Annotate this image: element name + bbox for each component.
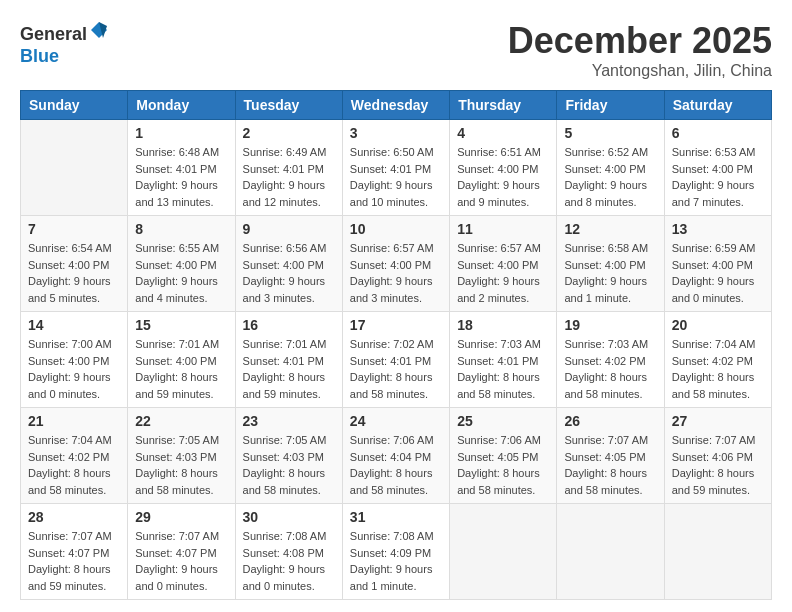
calendar-cell [21,120,128,216]
logo-general: General [20,24,87,44]
calendar-cell [450,504,557,600]
calendar-cell: 22Sunrise: 7:05 AMSunset: 4:03 PMDayligh… [128,408,235,504]
logo-icon [89,20,109,40]
day-number: 29 [135,509,227,525]
weekday-header: Tuesday [235,91,342,120]
page-header: General Blue December 2025 Yantongshan, … [20,20,772,80]
calendar-table: SundayMondayTuesdayWednesdayThursdayFrid… [20,90,772,600]
day-number: 22 [135,413,227,429]
calendar-cell: 21Sunrise: 7:04 AMSunset: 4:02 PMDayligh… [21,408,128,504]
day-number: 16 [243,317,335,333]
location-title: Yantongshan, Jilin, China [508,62,772,80]
day-number: 2 [243,125,335,141]
calendar-cell: 24Sunrise: 7:06 AMSunset: 4:04 PMDayligh… [342,408,449,504]
day-number: 19 [564,317,656,333]
calendar-cell: 18Sunrise: 7:03 AMSunset: 4:01 PMDayligh… [450,312,557,408]
calendar-cell: 11Sunrise: 6:57 AMSunset: 4:00 PMDayligh… [450,216,557,312]
day-info: Sunrise: 6:57 AMSunset: 4:00 PMDaylight:… [457,240,549,306]
calendar-cell: 15Sunrise: 7:01 AMSunset: 4:00 PMDayligh… [128,312,235,408]
calendar-week-row: 1Sunrise: 6:48 AMSunset: 4:01 PMDaylight… [21,120,772,216]
day-info: Sunrise: 7:00 AMSunset: 4:00 PMDaylight:… [28,336,120,402]
weekday-header: Sunday [21,91,128,120]
calendar-cell: 12Sunrise: 6:58 AMSunset: 4:00 PMDayligh… [557,216,664,312]
day-info: Sunrise: 6:53 AMSunset: 4:00 PMDaylight:… [672,144,764,210]
calendar-week-row: 7Sunrise: 6:54 AMSunset: 4:00 PMDaylight… [21,216,772,312]
day-info: Sunrise: 7:07 AMSunset: 4:06 PMDaylight:… [672,432,764,498]
calendar-cell: 29Sunrise: 7:07 AMSunset: 4:07 PMDayligh… [128,504,235,600]
day-info: Sunrise: 6:51 AMSunset: 4:00 PMDaylight:… [457,144,549,210]
day-info: Sunrise: 7:05 AMSunset: 4:03 PMDaylight:… [135,432,227,498]
calendar-cell: 19Sunrise: 7:03 AMSunset: 4:02 PMDayligh… [557,312,664,408]
day-number: 28 [28,509,120,525]
day-info: Sunrise: 7:06 AMSunset: 4:05 PMDaylight:… [457,432,549,498]
day-number: 7 [28,221,120,237]
day-info: Sunrise: 6:50 AMSunset: 4:01 PMDaylight:… [350,144,442,210]
day-number: 13 [672,221,764,237]
day-info: Sunrise: 6:48 AMSunset: 4:01 PMDaylight:… [135,144,227,210]
day-number: 25 [457,413,549,429]
day-number: 26 [564,413,656,429]
day-info: Sunrise: 6:56 AMSunset: 4:00 PMDaylight:… [243,240,335,306]
weekday-header-row: SundayMondayTuesdayWednesdayThursdayFrid… [21,91,772,120]
day-number: 10 [350,221,442,237]
day-info: Sunrise: 6:59 AMSunset: 4:00 PMDaylight:… [672,240,764,306]
day-number: 9 [243,221,335,237]
calendar-cell: 13Sunrise: 6:59 AMSunset: 4:00 PMDayligh… [664,216,771,312]
logo: General Blue [20,20,109,67]
day-number: 1 [135,125,227,141]
day-number: 5 [564,125,656,141]
day-info: Sunrise: 7:08 AMSunset: 4:08 PMDaylight:… [243,528,335,594]
day-number: 8 [135,221,227,237]
calendar-cell: 26Sunrise: 7:07 AMSunset: 4:05 PMDayligh… [557,408,664,504]
day-number: 14 [28,317,120,333]
weekday-header: Wednesday [342,91,449,120]
day-info: Sunrise: 7:07 AMSunset: 4:07 PMDaylight:… [28,528,120,594]
weekday-header: Monday [128,91,235,120]
calendar-week-row: 28Sunrise: 7:07 AMSunset: 4:07 PMDayligh… [21,504,772,600]
day-number: 31 [350,509,442,525]
calendar-cell: 23Sunrise: 7:05 AMSunset: 4:03 PMDayligh… [235,408,342,504]
weekday-header: Saturday [664,91,771,120]
calendar-cell: 2Sunrise: 6:49 AMSunset: 4:01 PMDaylight… [235,120,342,216]
day-info: Sunrise: 7:05 AMSunset: 4:03 PMDaylight:… [243,432,335,498]
day-info: Sunrise: 7:04 AMSunset: 4:02 PMDaylight:… [28,432,120,498]
calendar-cell: 28Sunrise: 7:07 AMSunset: 4:07 PMDayligh… [21,504,128,600]
title-block: December 2025 Yantongshan, Jilin, China [508,20,772,80]
day-number: 17 [350,317,442,333]
day-number: 12 [564,221,656,237]
day-number: 4 [457,125,549,141]
calendar-cell: 3Sunrise: 6:50 AMSunset: 4:01 PMDaylight… [342,120,449,216]
day-number: 3 [350,125,442,141]
weekday-header: Thursday [450,91,557,120]
day-info: Sunrise: 7:04 AMSunset: 4:02 PMDaylight:… [672,336,764,402]
month-title: December 2025 [508,20,772,62]
calendar-week-row: 21Sunrise: 7:04 AMSunset: 4:02 PMDayligh… [21,408,772,504]
day-info: Sunrise: 6:58 AMSunset: 4:00 PMDaylight:… [564,240,656,306]
calendar-cell: 9Sunrise: 6:56 AMSunset: 4:00 PMDaylight… [235,216,342,312]
logo-blue: Blue [20,46,59,66]
day-info: Sunrise: 7:01 AMSunset: 4:01 PMDaylight:… [243,336,335,402]
day-info: Sunrise: 7:07 AMSunset: 4:05 PMDaylight:… [564,432,656,498]
calendar-cell: 1Sunrise: 6:48 AMSunset: 4:01 PMDaylight… [128,120,235,216]
calendar-cell: 10Sunrise: 6:57 AMSunset: 4:00 PMDayligh… [342,216,449,312]
day-number: 24 [350,413,442,429]
calendar-cell [557,504,664,600]
day-info: Sunrise: 6:54 AMSunset: 4:00 PMDaylight:… [28,240,120,306]
day-info: Sunrise: 7:01 AMSunset: 4:00 PMDaylight:… [135,336,227,402]
calendar-week-row: 14Sunrise: 7:00 AMSunset: 4:00 PMDayligh… [21,312,772,408]
calendar-cell: 27Sunrise: 7:07 AMSunset: 4:06 PMDayligh… [664,408,771,504]
weekday-header: Friday [557,91,664,120]
calendar-cell: 6Sunrise: 6:53 AMSunset: 4:00 PMDaylight… [664,120,771,216]
calendar-cell: 14Sunrise: 7:00 AMSunset: 4:00 PMDayligh… [21,312,128,408]
day-number: 11 [457,221,549,237]
day-info: Sunrise: 7:08 AMSunset: 4:09 PMDaylight:… [350,528,442,594]
day-info: Sunrise: 6:52 AMSunset: 4:00 PMDaylight:… [564,144,656,210]
calendar-cell: 17Sunrise: 7:02 AMSunset: 4:01 PMDayligh… [342,312,449,408]
day-info: Sunrise: 7:03 AMSunset: 4:02 PMDaylight:… [564,336,656,402]
day-number: 20 [672,317,764,333]
day-number: 6 [672,125,764,141]
calendar-cell: 8Sunrise: 6:55 AMSunset: 4:00 PMDaylight… [128,216,235,312]
calendar-cell: 20Sunrise: 7:04 AMSunset: 4:02 PMDayligh… [664,312,771,408]
calendar-cell: 25Sunrise: 7:06 AMSunset: 4:05 PMDayligh… [450,408,557,504]
day-info: Sunrise: 7:06 AMSunset: 4:04 PMDaylight:… [350,432,442,498]
